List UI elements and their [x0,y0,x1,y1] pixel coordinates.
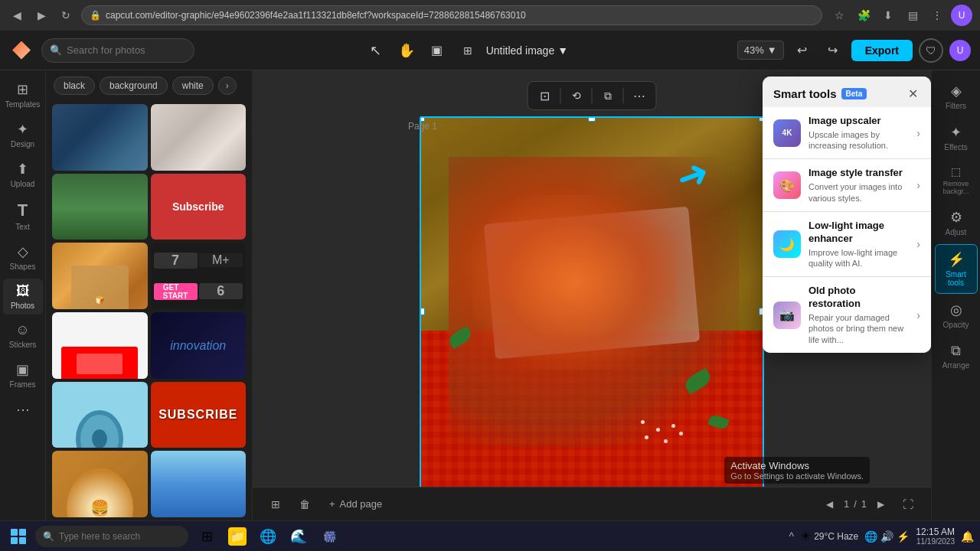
capcut-logo[interactable] [9,38,34,63]
undo-btn[interactable]: ↩ [790,38,815,63]
taskbar-search-input[interactable] [59,531,181,542]
photo-item-8[interactable]: innovation [151,312,247,379]
search-input[interactable] [67,44,186,56]
browser-back-btn[interactable]: ◀ [8,6,26,24]
browser-refresh-btn[interactable]: ↻ [57,6,75,24]
sidebar-item-templates[interactable]: ⊞ Templates [3,77,43,113]
photo-item-5[interactable]: 🍞 [52,243,148,309]
taskbar-app-edge[interactable]: 🌊 [285,523,312,550]
taskbar-app-taskview[interactable]: ⊞ [193,523,220,550]
right-item-adjust[interactable]: ⚙ Adjust [935,203,978,243]
photo-item-4[interactable]: Subscribe [151,174,247,240]
smart-tool-image-upscaler[interactable]: 4K Image upscaler Upscale images by incr… [763,107,931,159]
delete-page-btn[interactable]: 🗑 [294,494,315,515]
photo-item-9[interactable] [52,382,148,448]
smart-tool-lowlight[interactable]: 🌙 Low-light image enhancer Improve low-l… [763,212,931,277]
start-button[interactable] [6,524,31,549]
sidebar-item-design[interactable]: ✦ Design [3,116,43,153]
search-bar[interactable]: 🔍 [41,38,194,63]
photo-item-6[interactable]: 7 M+ GETSTART 6 [151,243,247,309]
notification-icon[interactable]: 🔔 [961,530,974,543]
browser-download-btn[interactable]: ⬇ [877,5,899,26]
sidebar-item-photos[interactable]: 🖼 Photos [3,279,43,315]
sidebar-item-stickers[interactable]: ☺ Stickers [3,318,43,354]
photo-item-3[interactable] [52,174,148,240]
taskbar-app-festive[interactable]: 🎆 [315,523,343,550]
canvas-toolbar: ⊡ ⟲ ⧉ ⋯ [528,81,657,110]
weather-widget[interactable]: ☀ 29°C Haze [800,529,858,543]
main-layout: ⊞ Templates ✦ Design ⬆ Upload T Text ◇ S… [0,70,980,520]
canvas-frame[interactable] [420,116,764,507]
add-page-btn[interactable]: + Add page [323,495,388,513]
smart-tools-close-btn[interactable]: ✕ [905,86,920,101]
panel-tags: black background white › [46,70,252,101]
replace-tool-btn[interactable]: ⟲ [566,85,587,106]
zoom-selector[interactable]: 43% ▼ [737,41,784,60]
browser-user-avatar[interactable]: U [951,5,972,26]
browser-actions: ☆ 🧩 ⬇ ▤ ⋮ U [828,5,972,26]
crop-tool-btn[interactable]: ⊡ [534,85,556,106]
tag-white[interactable]: white [172,77,214,95]
windows-logo [11,529,26,544]
shield-btn[interactable]: 🛡 [919,38,943,63]
next-page-btn[interactable]: ▶ [871,495,890,514]
export-button[interactable]: Export [851,40,913,61]
right-item-remove-bg[interactable]: ⬚ Remove backgr... [935,159,978,201]
tag-more-btn[interactable]: › [218,77,237,95]
frame-view-btn[interactable]: ▣ [425,38,449,63]
prev-page-btn[interactable]: ◀ [821,495,839,514]
chevron-up-icon[interactable]: ^ [789,530,795,543]
add-page-icon: + [329,498,335,510]
taskbar-app-fileexplorer[interactable]: 📁 [224,523,251,550]
right-item-arrange[interactable]: ⧉ Arrange [935,337,978,376]
tag-background[interactable]: background [100,77,168,95]
redo-btn[interactable]: ↪ [821,38,845,63]
duplicate-tool-btn[interactable]: ⧉ [597,85,619,106]
sidebar-item-shapes[interactable]: ◇ Shapes [3,239,43,276]
user-avatar[interactable]: U [949,40,971,61]
grid-view-btn[interactable]: ⊞ [456,38,480,63]
volume-icon[interactable]: 🔊 [880,530,893,543]
photo-item-11[interactable]: 🍔 [52,451,148,517]
battery-icon[interactable]: ⚡ [897,530,910,543]
photo-item-2[interactable] [151,104,247,171]
right-item-smart-tools[interactable]: ⚡ Smart tools [935,244,978,294]
sidebar-item-upload[interactable]: ⬆ Upload [3,156,43,193]
photo-item-10[interactable]: SUBSCRIBE [151,382,247,448]
right-item-opacity[interactable]: ◎ Opacity [935,295,978,335]
system-clock[interactable]: 12:15 AM 11/19/2023 [916,527,955,546]
browser-more-btn[interactable]: ⋮ [926,5,948,26]
hand-tool-btn[interactable]: ✋ [394,38,419,63]
browser-sidebar-toggle[interactable]: ▤ [902,5,923,26]
browser-forward-btn[interactable]: ▶ [32,6,51,24]
project-title-chevron: ▼ [557,44,568,57]
smart-tools-panel: Smart tools Beta ✕ 4K Image upscaler Ups… [763,77,931,353]
handle-top-middle[interactable] [588,116,596,122]
photo-item-1[interactable] [52,104,148,171]
add-to-canvas-btn[interactable]: ⊞ [265,494,286,515]
right-item-filters[interactable]: ◈ Filters [935,77,978,116]
handle-middle-left[interactable] [420,308,425,315]
fullscreen-btn[interactable]: ⛶ [897,494,919,515]
taskbar-search-bar[interactable]: 🔍 [35,526,188,547]
more-tools-btn[interactable]: ⋯ [629,85,650,106]
remove-bg-label: Remove backgr... [938,180,975,195]
sidebar-item-more[interactable]: ⋯ [3,396,43,422]
browser-bookmark-btn[interactable]: ☆ [828,5,850,26]
address-bar[interactable]: 🔒 capcut.com/editor-graphic/e94e9602396f… [81,5,822,25]
smart-tool-style-transfer[interactable]: 🎨 Image style transfer Convert your imag… [763,159,931,211]
network-icon[interactable]: 🌐 [864,530,877,543]
photo-item-7[interactable]: ▶ Subscribe [52,312,148,379]
zoom-level-text: 43% [744,44,764,56]
taskbar-app-chrome[interactable]: 🌐 [254,523,282,550]
sidebar-item-text[interactable]: T Text [3,196,43,236]
pointer-tool-btn[interactable]: ↖ [364,38,388,63]
tag-black[interactable]: black [54,77,95,95]
smart-tool-old-photo[interactable]: 📷 Old photo restoration Repair your dama… [763,277,931,353]
logo-shape [12,41,31,60]
photo-item-12[interactable] [151,451,247,517]
browser-extensions-btn[interactable]: 🧩 [853,5,874,26]
right-item-effects[interactable]: ✦ Effects [935,118,978,158]
sidebar-item-frames[interactable]: ▣ Frames [3,357,43,393]
project-title[interactable]: Untitled image ▼ [486,44,568,57]
